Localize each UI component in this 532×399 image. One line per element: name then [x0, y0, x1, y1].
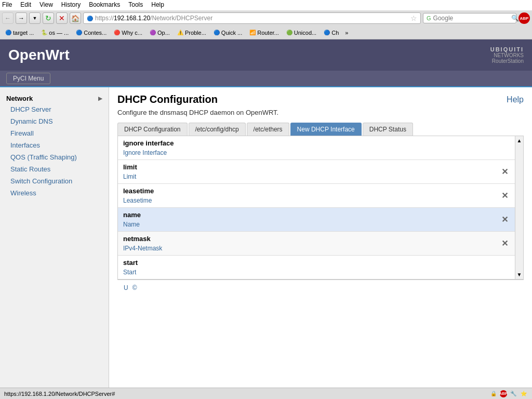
option-name-name: name	[118, 208, 494, 220]
option-limit-left: limit Limit	[118, 160, 494, 183]
bookmark-favicon-5: ⚠️	[177, 30, 183, 35]
option-delete-limit[interactable]: ✕	[494, 160, 515, 183]
menu-view[interactable]: View	[39, 1, 53, 8]
scroll-down-button[interactable]: ▼	[515, 270, 524, 279]
bookmark-favicon-7: 📶	[249, 30, 256, 35]
option-netmask-left: netmask IPv4-Netmask	[118, 232, 494, 255]
ubiquiti-sub: NETWORKS	[490, 52, 524, 58]
openwrt-header: OpenWrt UBIQUITI NETWORKS RouterStation	[0, 39, 532, 71]
ubiquiti-name: UBIQUITI	[490, 46, 524, 52]
bookmark-proble[interactable]: ⚠️ Proble...	[174, 29, 209, 37]
bookmark-contes[interactable]: 🔵 Contes...	[73, 29, 110, 37]
options-table-container: ignore interface Ignore Interface limit …	[117, 136, 524, 280]
scroll-up-button[interactable]: ▲	[515, 136, 524, 145]
search-input[interactable]	[433, 15, 511, 22]
option-ignore-interface-left: ignore interface Ignore Interface	[118, 136, 494, 159]
bookmark-favicon-3: 🔴	[114, 30, 120, 35]
bookmark-favicon-0: 🔵	[5, 30, 11, 35]
dropdown-button[interactable]: ▼	[29, 12, 41, 24]
tab-new-dhcp-interface[interactable]: New DHCP Interface	[290, 123, 362, 136]
help-link[interactable]: Help	[507, 95, 524, 104]
bottom-link-2[interactable]: ©	[132, 284, 137, 291]
options-scroll-area[interactable]: ignore interface Ignore Interface limit …	[118, 136, 515, 279]
option-desc-netmask: IPv4-Netmask	[118, 244, 494, 255]
adblock-button[interactable]: ABP	[518, 12, 530, 24]
sidebar-item-qos[interactable]: QOS (Traffic Shaping)	[0, 151, 109, 163]
status-extra-icon: 🔧	[509, 390, 517, 398]
sidebar-item-interfaces[interactable]: Interfaces	[0, 139, 109, 151]
address-display: https://192.168.1.20/Network/DHCPServer	[95, 15, 408, 22]
option-start-left: start Start	[118, 256, 494, 279]
option-desc-start: Start	[118, 268, 494, 279]
address-icon: 🔵	[87, 16, 93, 21]
forward-button[interactable]: →	[16, 12, 27, 24]
pyci-menu-button[interactable]: PyCI Menu	[6, 73, 50, 84]
bottom-link-1[interactable]: U	[124, 284, 128, 291]
option-name-limit: limit	[118, 160, 494, 172]
tab-dhcp-status[interactable]: DHCP Status	[363, 123, 413, 136]
bookmark-router[interactable]: 📶 Router...	[246, 29, 282, 37]
bookmark-label-6: Quick ...	[221, 30, 242, 36]
menu-help[interactable]: Help	[151, 1, 164, 8]
star-button[interactable]: ☆	[410, 14, 417, 22]
back-button[interactable]: ←	[2, 12, 14, 24]
delete-icon-netmask[interactable]: ✕	[501, 238, 508, 248]
menu-file[interactable]: File	[2, 1, 12, 8]
sidebar-item-wireless[interactable]: Wireless	[0, 187, 109, 199]
option-row-leasetime-inner: leasetime Leasetime ✕	[118, 184, 515, 207]
bookmark-os[interactable]: 🐍 os — ...	[38, 29, 72, 37]
delete-icon-limit[interactable]: ✕	[501, 167, 508, 177]
status-abp-icon: ABP	[500, 390, 507, 397]
stop-button[interactable]: ✕	[56, 12, 68, 24]
bookmark-label-4: Op...	[157, 30, 170, 36]
bookmark-quick[interactable]: 🔵 Quick ...	[210, 29, 245, 37]
option-name-leasetime: leasetime	[118, 184, 494, 196]
sidebar-item-dhcp-server[interactable]: DHCP Server	[0, 103, 109, 115]
status-extra2-icon: ⭐	[520, 390, 528, 398]
search-icon[interactable]: 🔍	[511, 15, 519, 22]
menu-bookmarks[interactable]: Bookmarks	[89, 1, 120, 8]
bookmark-why[interactable]: 🔴 Why c...	[111, 29, 145, 37]
main-layout: Network ▶ DHCP Server Dynamic DNS Firewa…	[0, 87, 532, 399]
pyci-bar: PyCI Menu	[0, 71, 532, 87]
page-title: DHCP Configuration	[117, 94, 218, 105]
option-delete-leasetime[interactable]: ✕	[494, 184, 515, 207]
option-row-start: start Start	[118, 256, 515, 279]
address-path: /Network/DHCPServer	[150, 15, 212, 22]
option-delete-ignore-interface	[494, 136, 515, 159]
bookmark-target[interactable]: 🔵 target ...	[2, 29, 37, 37]
sidebar-item-firewall[interactable]: Firewall	[0, 127, 109, 139]
tab-etc-config-dhcp[interactable]: /etc/config/dhcp	[189, 123, 246, 136]
search-bar[interactable]: G 🔍	[423, 13, 516, 23]
home-button[interactable]: 🏠	[70, 12, 81, 24]
address-bar[interactable]: 🔵 https://192.168.1.20/Network/DHCPServe…	[83, 12, 421, 24]
menu-history[interactable]: History	[61, 1, 81, 8]
bookmark-ch[interactable]: 🔵 Ch	[321, 29, 342, 37]
option-row-limit: limit Limit ✕	[118, 160, 515, 184]
tab-dhcp-configuration[interactable]: DHCP Configuration	[117, 123, 188, 136]
sidebar-item-static-routes[interactable]: Static Routes	[0, 163, 109, 175]
bookmark-favicon-8: 🟢	[286, 30, 292, 35]
bookmarks-bar: 🔵 target ... 🐍 os — ... 🔵 Contes... 🔴 Wh…	[0, 26, 532, 39]
reload-button[interactable]: ↻	[43, 12, 54, 24]
status-lock-icon: 🔒	[489, 390, 498, 398]
bookmarks-more-button[interactable]: »	[343, 29, 350, 37]
sidebar-item-switch-config[interactable]: Switch Configuration	[0, 175, 109, 187]
option-delete-name[interactable]: ✕	[494, 208, 515, 231]
browser-toolbar: ← → ▼ ↻ ✕ 🏠 🔵 https://192.168.1.20/Netwo…	[0, 10, 532, 26]
menu-tools[interactable]: Tools	[128, 1, 143, 8]
delete-icon-leasetime[interactable]: ✕	[501, 191, 508, 201]
delete-icon-name[interactable]: ✕	[501, 215, 508, 224]
scrollbar[interactable]: ▲ ▼	[515, 136, 523, 279]
menu-edit[interactable]: Edit	[20, 1, 31, 8]
bookmark-op[interactable]: 🟣 Op...	[147, 29, 173, 37]
browser-menu-bar: File Edit View History Bookmarks Tools H…	[0, 0, 532, 10]
content-area: DHCP Configuration Help Configure the dn…	[109, 87, 532, 399]
option-delete-netmask[interactable]: ✕	[494, 232, 515, 255]
bottom-area: U ©	[117, 280, 524, 296]
option-desc-name: Name	[118, 220, 494, 231]
bookmark-unicode[interactable]: 🟢 Unicod...	[283, 29, 320, 37]
page-description: Configure the dnsmasq DHCP daemon on Ope…	[117, 109, 524, 116]
sidebar-item-dynamic-dns[interactable]: Dynamic DNS	[0, 115, 109, 127]
tab-etc-ethers[interactable]: /etc/ethers	[247, 123, 289, 136]
